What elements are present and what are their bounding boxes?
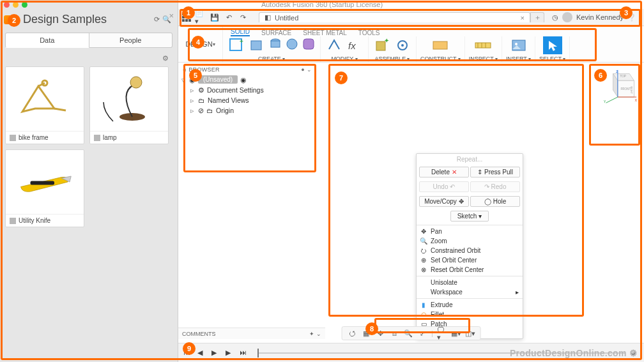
avatar[interactable] <box>562 12 572 22</box>
close-window-icon[interactable] <box>4 2 10 8</box>
menu-set-orbit[interactable]: ⊕Set Orbit Center <box>417 255 523 265</box>
minimize-window-icon[interactable] <box>13 2 19 8</box>
menu-move-copy[interactable]: Move/Copy✥ <box>419 196 469 207</box>
job-status-icon[interactable]: ◷ <box>552 13 558 22</box>
ribbon-group-label[interactable]: CONSTRUCT <box>420 56 461 62</box>
gear-icon[interactable]: ⚙ <box>162 54 169 62</box>
menu-reset-orbit[interactable]: ⊗Reset Orbit Center <box>417 265 523 275</box>
ribbon-group-label[interactable]: ASSEMBLE <box>375 56 410 62</box>
tree-doc-settings[interactable]: ▹⚙Document Settings <box>180 85 314 95</box>
redo-icon[interactable]: ↷ <box>237 11 249 23</box>
fx-icon[interactable]: fx <box>345 36 364 54</box>
menu-redo: ↷Redo <box>470 181 520 192</box>
menu-constrained-orbit[interactable]: ⭮Constrained Orbit <box>417 246 523 255</box>
hidden-eye-icon[interactable]: ⊘ <box>198 107 204 114</box>
annotation-7: 7 <box>335 72 348 84</box>
form-icon[interactable] <box>301 36 316 52</box>
expand-icon[interactable]: ▿ <box>181 76 187 84</box>
comments-options-icon[interactable]: ✦ ⌄ <box>309 331 321 337</box>
cylinder-icon[interactable] <box>268 36 283 52</box>
zoom-window-icon[interactable]: ⧈ <box>389 328 399 338</box>
ribbon-tab-tools[interactable]: TOOLS <box>358 29 380 36</box>
sample-label: bike frame <box>19 134 49 141</box>
menu-repeat[interactable]: Repeat... <box>417 154 523 165</box>
timeline-play-icon[interactable]: ▶ <box>211 349 220 358</box>
ribbon-group-label[interactable]: SELECT <box>539 56 565 62</box>
annotation-6: 6 <box>594 69 607 82</box>
maximize-window-icon[interactable] <box>22 2 27 8</box>
tree-origin[interactable]: ▹⊘🗀Origin <box>180 105 314 116</box>
ribbon-group-label[interactable]: CREATE <box>258 56 285 62</box>
timeline-end-icon[interactable]: ⏭ <box>240 349 249 358</box>
ribbon-group-label[interactable]: INSPECT <box>469 56 498 62</box>
collapse-icon[interactable]: ◂ <box>183 66 186 73</box>
measure-icon[interactable] <box>473 36 493 54</box>
display-settings-icon[interactable]: 🖵▾ <box>437 328 447 338</box>
refresh-icon[interactable]: ⟳ <box>152 15 162 24</box>
window-controls[interactable] <box>4 2 27 8</box>
menu-zoom[interactable]: 🔍Zoom <box>417 236 523 246</box>
expand-icon[interactable]: ▹ <box>190 107 195 114</box>
browser-options-icon[interactable]: ● ⌄ <box>301 66 312 73</box>
document-tab[interactable]: ◧ Untitled × <box>259 12 530 22</box>
plane-icon[interactable] <box>431 36 450 54</box>
ribbon-tab-sheetmetal[interactable]: SHEET METAL <box>303 29 347 36</box>
menu-press-pull[interactable]: ⇕Press Pull <box>470 167 520 177</box>
menu-unisolate[interactable]: Unisolate <box>417 278 523 287</box>
select-icon[interactable] <box>543 36 562 54</box>
timeline-next-icon[interactable]: ▶ <box>226 349 234 358</box>
sample-bike-frame[interactable]: bike frame <box>5 66 84 144</box>
thumbnail-image <box>6 150 84 214</box>
annotation-1: 1 <box>182 6 195 19</box>
expand-icon[interactable]: ▹ <box>190 96 195 104</box>
close-panel-icon[interactable]: × <box>169 11 174 20</box>
tab-people[interactable]: People <box>89 33 173 48</box>
presspull-icon[interactable] <box>325 36 344 54</box>
cube-icon: ◧ <box>264 13 271 22</box>
menu-workspace[interactable]: Workspace▸ <box>417 287 523 297</box>
new-sketch-icon[interactable]: + <box>227 36 246 54</box>
data-panel-tabs: Data People <box>0 30 178 50</box>
viewport-icon[interactable]: ◫▾ <box>465 328 475 338</box>
svg-text:✦: ✦ <box>384 38 389 44</box>
ribbon-group-construct: CONSTRUCT <box>417 36 465 62</box>
sample-label: lamp <box>103 134 117 141</box>
grid-settings-icon[interactable]: ▦▾ <box>451 328 461 338</box>
menu-extrude[interactable]: ▮Extrude <box>417 300 523 310</box>
comments-bar[interactable]: COMMENTS ✦ ⌄ <box>178 328 325 339</box>
ribbon-group-label[interactable]: MODIFY <box>331 56 357 62</box>
timeline-playhead[interactable] <box>257 349 259 358</box>
radio-icon[interactable]: ◉ <box>240 76 247 84</box>
ribbon-tab-surface[interactable]: SURFACE <box>261 29 291 36</box>
box-icon[interactable] <box>247 36 266 54</box>
tab-data[interactable]: Data <box>5 33 89 48</box>
close-tab-icon[interactable]: × <box>521 14 525 22</box>
ribbon-tab-solid[interactable]: SOLID <box>231 28 250 36</box>
zoom-icon[interactable]: 🔍 <box>403 328 413 338</box>
svg-line-39 <box>606 97 618 103</box>
save-icon[interactable]: 💾 <box>209 11 220 23</box>
undo-icon[interactable]: ↶ <box>223 11 234 23</box>
joint-icon[interactable] <box>393 36 412 54</box>
sample-utility-knife[interactable]: Utility Knife <box>5 149 84 227</box>
view-cube[interactable]: TOP FRONT RIGHT Z X Y <box>602 69 638 104</box>
insert-icon[interactable] <box>509 36 528 54</box>
fit-icon[interactable]: ⤢ <box>417 328 427 338</box>
tree-named-views[interactable]: ▹🗀Named Views <box>180 95 314 105</box>
menu-hole[interactable]: ◯Hole <box>470 196 520 207</box>
timeline-prev-icon[interactable]: ◀ <box>197 349 206 358</box>
new-component-icon[interactable]: ✦ <box>372 36 392 54</box>
orbit-icon[interactable]: ⭯ <box>347 328 357 338</box>
menu-pan[interactable]: ✥Pan <box>417 227 523 236</box>
sphere-icon[interactable] <box>284 36 300 52</box>
user-name[interactable]: Kevin Kennedy <box>576 13 624 21</box>
sample-lamp[interactable]: lamp <box>89 66 169 144</box>
menu-fillet[interactable]: ◠Fillet <box>417 310 523 319</box>
ribbon-group-label[interactable]: INSERT <box>506 56 531 62</box>
menu-sketch[interactable]: Sketch ▾ <box>450 211 489 222</box>
file-menu-icon[interactable]: 📄▾ <box>195 11 206 23</box>
menu-delete[interactable]: Delete✕ <box>419 167 469 177</box>
expand-icon[interactable]: ▹ <box>190 86 195 94</box>
new-tab-button[interactable]: ＋ <box>530 12 544 22</box>
canvas-region[interactable]: ◂ BROWSER ● ⌄ ▿ ◉ (Unsaved) ◉ ▹⚙Document… <box>178 63 644 362</box>
